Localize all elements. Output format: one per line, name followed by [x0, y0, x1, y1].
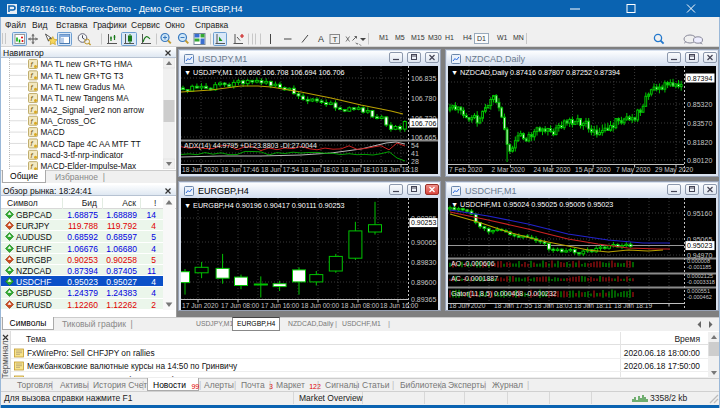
svg-text:18 Jun 18:11: 18 Jun 18:11: [574, 302, 612, 309]
svg-text:MACD Tape 4C AA MTF TT: MACD Tape 4C AA MTF TT: [41, 140, 141, 149]
svg-text:Gator(11,8,5) 0.000468 -0.0002: Gator(11,8,5) 0.000468 -0.000232: [451, 290, 557, 298]
svg-text:18 Jun 2020: 18 Jun 2020: [182, 166, 219, 173]
svg-text:MACD: MACD: [41, 128, 65, 137]
svg-text:MA TL new GR+TG T3: MA TL new GR+TG T3: [41, 72, 124, 81]
svg-text:29 May 2020: 29 May 2020: [655, 166, 693, 174]
svg-text:0.90253: 0.90253: [411, 219, 436, 226]
svg-text:0.80120: 0.80120: [687, 157, 712, 164]
svg-text:18 Jun 17:46: 18 Jun 17:46: [221, 166, 259, 173]
svg-text:MA_Cross_OC: MA_Cross_OC: [41, 117, 96, 126]
svg-text:106.706: 106.706: [411, 120, 436, 127]
svg-text:MACD-Elder-Impulse-Max: MACD-Elder-Impulse-Max: [41, 162, 137, 170]
svg-text:18 Jun 16:00: 18 Jun 16:00: [380, 302, 418, 309]
svg-text:18 Jun 17:54: 18 Jun 17:54: [261, 166, 299, 173]
svg-text:ADX(14) 44.9795 +DI:23.8803 -D: ADX(14) 44.9795 +DI:23.8803 -DI:27.0044: [184, 142, 317, 150]
svg-text:7 May 2020: 7 May 2020: [616, 166, 651, 174]
svg-text:41: 41: [411, 150, 419, 157]
svg-text:-0.000462: -0.000462: [687, 294, 712, 300]
svg-text:7 Feb 2020: 7 Feb 2020: [449, 166, 483, 173]
svg-text:18 Jun 2020: 18 Jun 2020: [449, 302, 486, 309]
svg-text:AO -0.000606: AO -0.000606: [451, 260, 495, 267]
svg-text:54: 54: [411, 142, 419, 149]
svg-text:106.665: 106.665: [411, 134, 436, 141]
svg-text:18 Jun 18:18: 18 Jun 18:18: [380, 166, 418, 173]
svg-text:18 Jun 18:19: 18 Jun 18:19: [614, 302, 652, 309]
svg-text:▼ EURGBP,H4 0.90196 0.90417 0: ▼ EURGBP,H4 0.90196 0.90417 0.90111 0.90…: [184, 201, 345, 210]
svg-text:2 Mar 2020: 2 Mar 2020: [492, 166, 526, 173]
svg-text:0.89830: 0.89830: [411, 259, 436, 266]
svg-text:28: 28: [411, 158, 419, 165]
svg-text:macd-3-tf-nrp-indicator: macd-3-tf-nrp-indicator: [41, 151, 124, 160]
svg-text:17 Jun 16:00: 17 Jun 16:00: [261, 302, 299, 309]
svg-text:0.87394: 0.87394: [687, 75, 712, 82]
svg-text:18 Jun 08:00: 18 Jun 08:00: [341, 302, 379, 309]
svg-text:106.835: 106.835: [411, 75, 436, 82]
svg-text:▼ USDJPY,M1 106.696 106.708 1: ▼ USDJPY,M1 106.696 106.708 106.694 106.…: [184, 68, 344, 77]
svg-text:A: A: [318, 34, 324, 44]
svg-text:106.780: 106.780: [411, 95, 436, 102]
svg-text:18 Jun 18:02: 18 Jun 18:02: [301, 166, 339, 173]
svg-text:0.90065: 0.90065: [411, 239, 436, 246]
svg-text:MA TL new GR+TG HMA: MA TL new GR+TG HMA: [41, 60, 133, 69]
svg-text:0.85320: 0.85320: [687, 101, 712, 108]
svg-text:▼ USDCHF,M1 0.95024 0.95025 0: ▼ USDCHF,M1 0.95024 0.95025 0.95005 0.95…: [451, 200, 613, 209]
svg-text:-0.001185: -0.001185: [687, 264, 711, 270]
svg-text:0.95160: 0.95160: [687, 210, 712, 217]
svg-text:MA TL new Gradus MA: MA TL new Gradus MA: [41, 83, 126, 92]
svg-text:▼ NZDCAD,Daily 0.87416 0.8780: ▼ NZDCAD,Daily 0.87416 0.87807 0.87252 0…: [451, 68, 620, 77]
svg-text:18 Jun 18:10: 18 Jun 18:10: [341, 166, 379, 173]
svg-text:AC -0.0001887: AC -0.0001887: [451, 275, 498, 282]
svg-text:-0.0003318: -0.0003318: [687, 279, 715, 285]
svg-text:0.89600: 0.89600: [411, 279, 436, 286]
svg-text:17 Jun 2020: 17 Jun 2020: [182, 302, 219, 309]
svg-text:MA TL new Tangens MA: MA TL new Tangens MA: [41, 94, 130, 103]
svg-text:18 Jun 18:03: 18 Jun 18:03: [534, 302, 572, 309]
svg-text:18 Jun 17:55: 18 Jun 17:55: [494, 302, 532, 309]
svg-text:0.83570: 0.83570: [687, 120, 712, 127]
svg-text:24 Mar 2020: 24 Mar 2020: [534, 166, 571, 173]
svg-text:0.95023: 0.95023: [687, 242, 712, 249]
svg-text:15 Apr 2020: 15 Apr 2020: [575, 166, 611, 174]
svg-text:18 Jun 00:00: 18 Jun 00:00: [301, 302, 339, 309]
svg-text:MA2_Signal_ver2 non arrow: MA2_Signal_ver2 non arrow: [41, 106, 144, 115]
svg-text:0.81820: 0.81820: [687, 139, 712, 146]
svg-text:17 Jun 08:00: 17 Jun 08:00: [221, 302, 259, 309]
svg-text:T: T: [333, 35, 338, 44]
